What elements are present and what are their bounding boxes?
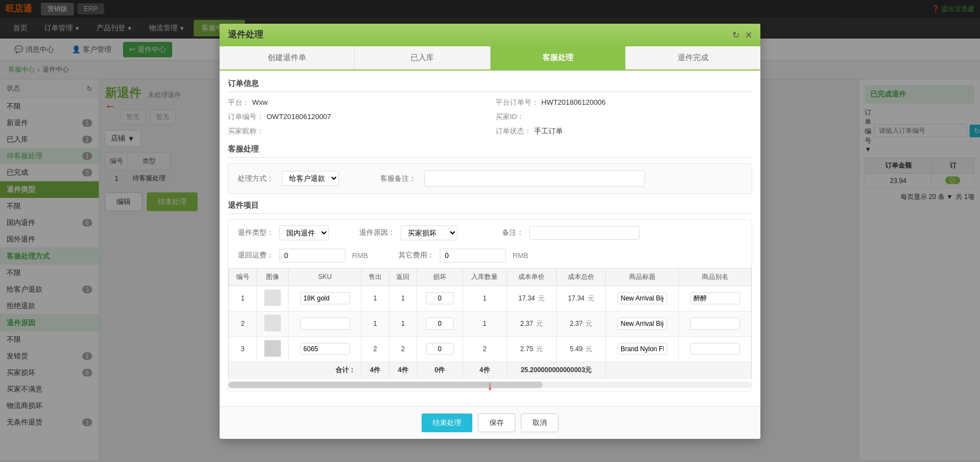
return-remark-label: 备注： (485, 228, 524, 238)
modal: 退件处理 ↻ ✕ 创建退件单 已入库 客服处理 退件完成 订单信息 平台： Wx… (220, 24, 760, 439)
title-input-3[interactable] (617, 343, 667, 355)
title-input-2[interactable] (617, 318, 667, 330)
sku-input-2[interactable] (300, 318, 350, 330)
item-row-3: 3 2 2 2 (229, 336, 752, 362)
damaged-input-3[interactable] (426, 343, 454, 355)
item-title-1 (606, 286, 679, 311)
modal-finish-btn[interactable]: 结束处理 (422, 413, 472, 432)
item-id-1: 1 (229, 286, 257, 311)
item-title-3 (606, 336, 679, 362)
item-returned-1: 1 (389, 286, 417, 311)
modal-refresh-icon[interactable]: ↻ (732, 30, 739, 40)
platform-order-value: HWT201806120006 (541, 98, 605, 106)
handle-method-select[interactable]: 给客户退款 拒绝退款 (282, 171, 339, 186)
item-returned-3: 2 (389, 336, 417, 362)
th-sku: SKU (289, 268, 361, 286)
item-sku-1 (289, 286, 361, 311)
alias-input-1[interactable] (690, 292, 740, 304)
summary-sold: 4件 (361, 362, 390, 378)
sku-input-3[interactable] (300, 343, 350, 355)
item-alias-2 (679, 311, 752, 336)
item-warehoused-2: 1 (462, 311, 507, 336)
summary-warehoused: 4件 (462, 362, 507, 378)
cs-section-title: 客服处理 (228, 144, 752, 158)
item-image-1 (257, 286, 289, 311)
item-row-2: 2 1 1 1 (229, 311, 752, 336)
modal-close-icon[interactable]: ✕ (745, 30, 752, 40)
summary-row: 合计： 4件 4件 0件 4件 25.200000000000003元 (229, 362, 752, 378)
sku-input-1[interactable] (300, 292, 350, 304)
item-alias-1 (679, 286, 752, 311)
cs-section: 处理方式： 给客户退款 拒绝退款 客服备注： (228, 163, 752, 194)
platform-value: Wxw (252, 98, 268, 106)
item-id-2: 2 (229, 311, 257, 336)
th-sold: 售出 (361, 268, 390, 286)
order-status-row: 订单状态： 手工订单 (496, 126, 752, 136)
return-reason-select[interactable]: 买家损坏 买家不满意 发错货 物流商损坏 无条件退货 (401, 225, 457, 240)
return-type-label: 退件类型： (235, 228, 274, 238)
return-remark-input[interactable] (529, 226, 640, 240)
modal-save-btn[interactable]: 保存 (478, 413, 515, 432)
item-row-1: 1 1 1 1 (229, 286, 752, 311)
item-returned-2: 1 (389, 311, 417, 336)
alias-input-2[interactable] (690, 318, 740, 330)
other-fee-unit: RMB (513, 251, 529, 260)
summary-damaged: 0件 (417, 362, 463, 378)
modal-cancel-btn[interactable]: 取消 (521, 413, 558, 432)
step-complete[interactable]: 退件完成 (626, 46, 760, 69)
damaged-input-2[interactable] (426, 318, 454, 330)
item-cost-unit-2: 2.37 元 (507, 311, 556, 336)
items-table-wrapper: 编号 图像 SKU 售出 返回 损坏 入库数量 成本单价 成本总价 商品标题 商 (228, 268, 752, 379)
th-returned: 返回 (389, 268, 417, 286)
platform-row: 平台： Wxw (228, 98, 484, 108)
return-form: 退件类型： 国内退件 国外退件 退件原因： 买家损坏 买家不满意 发错货 物流商… (228, 220, 752, 268)
buyer-nick-row: 买家昵称： (228, 126, 484, 136)
item-damaged-1 (417, 286, 463, 311)
alias-input-3[interactable] (690, 343, 740, 355)
order-no-value: OWT201806120007 (267, 112, 331, 121)
steps: 创建退件单 已入库 客服处理 退件完成 (220, 46, 760, 71)
th-cost-total: 成本总价 (556, 268, 606, 286)
item-damaged-3 (417, 336, 463, 362)
return-type-select[interactable]: 国内退件 国外退件 (279, 225, 329, 240)
buyer-id-row: 买家ID： (496, 112, 752, 122)
step-warehoused[interactable]: 已入库 (355, 46, 490, 69)
summary-empty (606, 362, 752, 378)
modal-overlay: 退件处理 ↻ ✕ 创建退件单 已入库 客服处理 退件完成 订单信息 平台： Wx… (0, 0, 980, 460)
platform-order-row: 平台订单号： HWT201806120006 (496, 98, 752, 108)
step-cs-handle[interactable]: 客服处理 (491, 46, 626, 69)
title-input-1[interactable] (617, 292, 667, 304)
damaged-input-1[interactable] (426, 292, 454, 304)
item-cost-unit-3: 2.75 元 (507, 336, 556, 362)
item-cost-total-1: 17.34 元 (556, 286, 606, 311)
item-image-2 (257, 311, 289, 336)
modal-header-btns: ↻ ✕ (732, 30, 752, 40)
order-status-value: 手工订单 (534, 126, 563, 136)
cs-remark-label: 客服备注： (377, 174, 416, 184)
other-fee-input[interactable] (440, 249, 506, 262)
summary-label: 合计： (229, 362, 361, 378)
th-cost-unit: 成本单价 (507, 268, 556, 286)
modal-footer: 结束处理 保存 取消 (220, 406, 760, 439)
item-alias-3 (679, 336, 752, 362)
th-id: 编号 (229, 268, 257, 286)
step-create[interactable]: 创建退件单 (220, 46, 355, 69)
handle-method-label: 处理方式： (235, 174, 274, 184)
shipping-input[interactable] (279, 249, 345, 262)
item-sku-2 (289, 311, 361, 336)
shipping-label: 退回运费： (235, 250, 274, 260)
summary-cost: 25.200000000000003元 (507, 362, 606, 378)
shipping-unit: RMB (352, 251, 368, 260)
return-section: 退件类型： 国内退件 国外退件 退件原因： 买家损坏 买家不满意 发错货 物流商… (228, 219, 752, 391)
item-image-3 (257, 336, 289, 362)
item-id-3: 3 (229, 336, 257, 362)
item-title-2 (606, 311, 679, 336)
th-image: 图像 (257, 268, 289, 286)
item-damaged-2 (417, 311, 463, 336)
item-sold-3: 2 (361, 336, 390, 362)
item-warehoused-1: 1 (462, 286, 507, 311)
other-fee-label: 其它费用： (396, 250, 434, 260)
item-warehoused-3: 2 (462, 336, 507, 362)
cs-remark-input[interactable] (424, 170, 645, 187)
item-sold-2: 1 (361, 311, 390, 336)
